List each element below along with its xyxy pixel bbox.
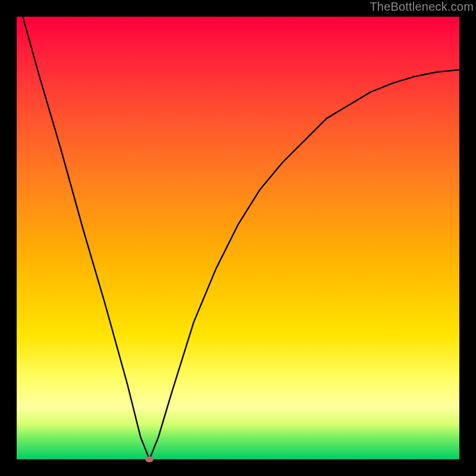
minimum-marker [145, 456, 154, 462]
plot-area [17, 17, 459, 459]
chart-frame: TheBottleneck.com [0, 0, 476, 476]
bottleneck-curve [17, 17, 459, 459]
watermark-text: TheBottleneck.com [369, 0, 474, 14]
curve-svg [17, 17, 459, 459]
